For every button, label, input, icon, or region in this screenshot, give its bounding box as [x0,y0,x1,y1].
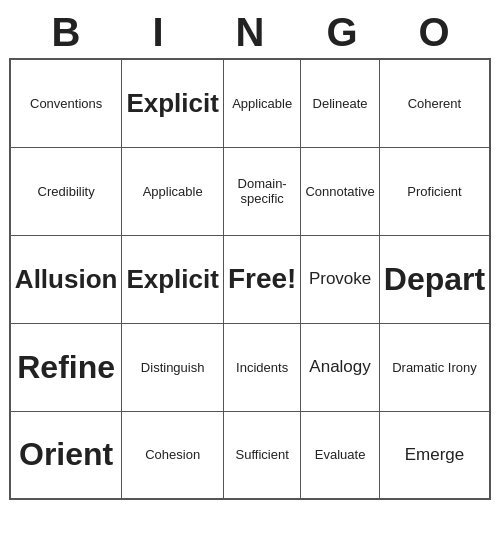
grid-cell-1-0: Credibility [10,147,122,235]
bingo-letter-b: B [20,10,112,54]
grid-row-1: CredibilityApplicableDomain-specificConn… [10,147,490,235]
grid-cell-3-3: Analogy [301,323,379,411]
grid-row-0: ConventionsExplicitApplicableDelineateCo… [10,59,490,147]
grid-cell-2-2: Free! [223,235,300,323]
bingo-letter-i: I [112,10,204,54]
bingo-letter-n: N [204,10,296,54]
grid-cell-3-4: Dramatic Irony [379,323,490,411]
grid-cell-0-1: Explicit [122,59,223,147]
grid-cell-3-0: Refine [10,323,122,411]
grid-cell-1-1: Applicable [122,147,223,235]
grid-cell-2-0: Allusion [10,235,122,323]
grid-cell-0-3: Delineate [301,59,379,147]
bingo-letter-o: O [388,10,480,54]
grid-cell-3-1: Distinguish [122,323,223,411]
grid-cell-0-2: Applicable [223,59,300,147]
grid-cell-0-4: Coherent [379,59,490,147]
grid-cell-2-1: Explicit [122,235,223,323]
grid-row-3: RefineDistinguishIncidentsAnalogyDramati… [10,323,490,411]
grid-cell-1-3: Connotative [301,147,379,235]
grid-cell-1-4: Proficient [379,147,490,235]
grid-row-4: OrientCohesionSufficientEvaluateEmerge [10,411,490,499]
grid-cell-4-0: Orient [10,411,122,499]
bingo-grid: ConventionsExplicitApplicableDelineateCo… [9,58,491,500]
bingo-letter-g: G [296,10,388,54]
grid-cell-0-0: Conventions [10,59,122,147]
grid-cell-4-1: Cohesion [122,411,223,499]
grid-cell-4-4: Emerge [379,411,490,499]
bingo-header: BINGO [20,10,480,54]
grid-cell-2-3: Provoke [301,235,379,323]
grid-cell-2-4: Depart [379,235,490,323]
grid-cell-1-2: Domain-specific [223,147,300,235]
grid-cell-4-3: Evaluate [301,411,379,499]
grid-cell-3-2: Incidents [223,323,300,411]
grid-cell-4-2: Sufficient [223,411,300,499]
grid-row-2: AllusionExplicitFree!ProvokeDepart [10,235,490,323]
